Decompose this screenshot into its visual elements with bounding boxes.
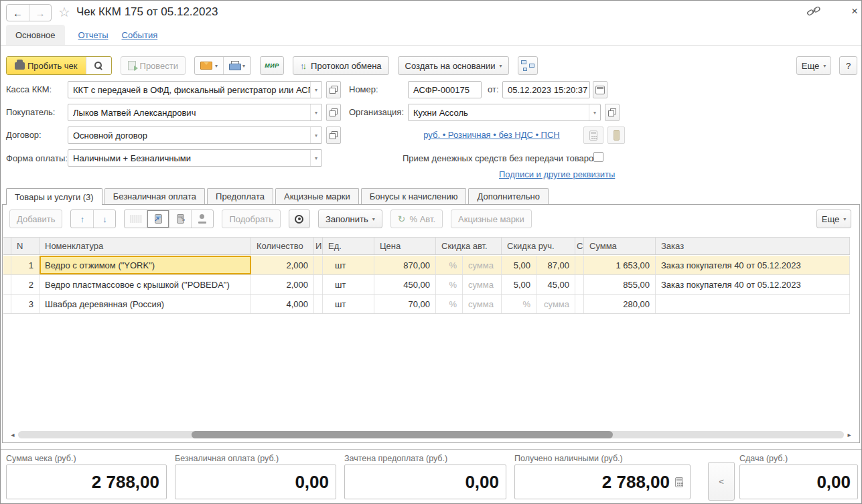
unload-to-terminal-button[interactable]: ↘ [169, 210, 191, 228]
cell-unit[interactable]: шт [323, 275, 374, 294]
price-requisites-link[interactable]: руб. • Розничная • без НДС • ПСН [408, 130, 575, 140]
add-row-button[interactable]: Добавить [9, 209, 62, 228]
coupon-button[interactable] [607, 127, 625, 144]
tab-prepayment[interactable]: Предоплата [207, 188, 273, 204]
date-field[interactable]: 05.12.2023 15:20:37 [502, 81, 590, 98]
tab-cashless-payment[interactable]: Безналичная оплата [104, 188, 205, 204]
favorite-star-icon[interactable]: ☆ [58, 4, 70, 20]
cell-auto-discount-sum[interactable]: сумма [463, 295, 502, 313]
col-n[interactable]: N [11, 238, 40, 254]
cell-order[interactable] [656, 295, 850, 313]
cell-truncated-1[interactable] [314, 256, 323, 274]
cell-unit[interactable]: шт [323, 256, 374, 274]
cell-truncated-1[interactable] [314, 275, 323, 294]
chevron-down-icon[interactable]: ▾ [310, 150, 321, 166]
cell-n[interactable]: 2 [11, 275, 40, 294]
cell-nomenclature[interactable]: Швабра деревянная (Россия) [40, 295, 251, 313]
scrollbar-thumb[interactable] [192, 431, 613, 438]
cell-auto-discount-pct[interactable]: % [436, 295, 463, 313]
cell-manual-discount-sum[interactable]: 45,00 [536, 275, 575, 294]
stamp-button[interactable] [191, 210, 213, 228]
cell-nomenclature-selected[interactable]: Ведро с отжимом ("YORK") [40, 256, 251, 274]
tab-additional[interactable]: Дополнительно [468, 188, 549, 204]
excise-stamps-button[interactable]: Акцизные марки [451, 209, 532, 228]
nav-events[interactable]: События [122, 25, 158, 45]
cell-n[interactable]: 1 [11, 256, 40, 274]
cell-price[interactable]: 450,00 [374, 275, 436, 294]
col-price[interactable]: Цена [374, 238, 436, 254]
punch-check-button[interactable]: Пробить чек [7, 57, 86, 74]
print-button[interactable]: ▾ [223, 57, 250, 74]
calculator-icon[interactable] [675, 477, 683, 487]
move-down-button[interactable]: ↓ [93, 210, 115, 228]
col-auto-discount[interactable]: Скидка авт. [436, 238, 502, 254]
get-link-icon[interactable] [806, 6, 821, 17]
col-truncated-1[interactable]: И [314, 238, 323, 254]
mir-button[interactable]: МИР [260, 56, 284, 75]
contract-open-button[interactable] [326, 127, 341, 144]
no-goods-transfer-checkbox[interactable] [593, 152, 603, 162]
help-button[interactable]: ? [839, 56, 857, 75]
cell-truncated-2[interactable] [575, 256, 584, 274]
table-row-2[interactable]: 2 Ведро пластмассовое с крышкой ("POBEDA… [3, 275, 850, 295]
tab-goods-services[interactable]: Товары и услуги (3) [6, 188, 102, 205]
back-button[interactable]: ← [7, 5, 29, 21]
more-button[interactable]: Еще ▾ [796, 56, 831, 75]
cell-order[interactable]: Заказ покупателя 40 от 05.12.2023 [656, 275, 850, 294]
chevron-down-icon[interactable]: ▾ [310, 127, 321, 143]
exchange-protocol-button[interactable]: ↑↓ Протокол обмена [293, 56, 389, 75]
cell-auto-discount-pct[interactable]: % [436, 275, 463, 294]
cashless-field[interactable]: 0,00 [175, 465, 336, 499]
cell-sum[interactable]: 855,00 [584, 275, 656, 294]
nav-main[interactable]: Основное [6, 25, 65, 45]
cell-manual-discount-sum[interactable]: 87,00 [536, 256, 575, 274]
payment-form-field[interactable]: Наличными + Безналичными ▾ [68, 149, 322, 167]
fill-button[interactable]: Заполнить ▾ [318, 209, 382, 228]
transfer-amount-button[interactable]: < [708, 462, 735, 501]
view-button[interactable] [289, 209, 310, 228]
kkm-open-button[interactable] [326, 81, 341, 98]
calendar-button[interactable] [593, 81, 607, 98]
cell-manual-discount-sum[interactable]: сумма [536, 295, 575, 313]
chevron-down-icon[interactable]: ▾ [310, 104, 321, 120]
cell-manual-discount-pct[interactable]: % [502, 295, 536, 313]
cell-auto-discount-sum[interactable]: сумма [463, 256, 502, 274]
col-order[interactable]: Заказ [656, 238, 850, 254]
cash-received-field[interactable]: 2 788,00 [514, 465, 691, 499]
org-open-button[interactable] [605, 104, 620, 121]
nav-reports[interactable]: Отчеты [78, 25, 109, 45]
scroll-right-icon[interactable]: ▸ [846, 431, 853, 438]
table-row-1[interactable]: 1 Ведро с отжимом ("YORK") 2,000 шт 870,… [3, 256, 850, 275]
grid-more-button[interactable]: Еще ▾ [816, 209, 851, 228]
close-icon[interactable]: × [851, 5, 858, 18]
cell-quantity[interactable]: 2,000 [251, 275, 314, 294]
cell-sum[interactable]: 280,00 [584, 295, 656, 313]
cell-price[interactable]: 70,00 [374, 295, 436, 313]
tab-bonuses[interactable]: Бонусы к начислению [361, 188, 467, 204]
cell-nomenclature[interactable]: Ведро пластмассовое с крышкой ("POBEDA") [40, 275, 251, 294]
scroll-left-icon[interactable]: ◂ [9, 431, 16, 438]
cell-auto-discount-sum[interactable]: сумма [463, 275, 502, 294]
chevron-down-icon[interactable]: ▾ [310, 82, 321, 98]
chevron-down-icon[interactable]: ▾ [589, 104, 600, 120]
document-structure-button[interactable] [518, 56, 538, 75]
auto-discount-button[interactable]: ↻ % Авт. [390, 209, 443, 228]
cell-unit[interactable]: шт [323, 295, 374, 313]
scrollbar-track[interactable] [18, 431, 844, 438]
cell-manual-discount-pct[interactable]: 5,00 [502, 275, 536, 294]
cell-price[interactable]: 870,00 [374, 256, 436, 274]
tab-excise-stamps[interactable]: Акцизные марки [275, 188, 359, 204]
move-up-button[interactable]: ↑ [71, 210, 93, 228]
col-sum[interactable]: Сумма [584, 238, 656, 254]
col-unit[interactable]: Ед. [323, 238, 374, 254]
kkm-field[interactable]: ККТ с передачей в ОФД, фискальный регист… [68, 81, 322, 98]
cell-truncated-2[interactable] [575, 295, 584, 313]
cell-order[interactable]: Заказ покупателя 40 от 05.12.2023 [656, 256, 850, 274]
cell-quantity[interactable]: 2,000 [251, 256, 314, 274]
send-email-button[interactable]: ▾ [195, 57, 223, 74]
create-based-on-button[interactable]: Создать на основании ▾ [398, 56, 510, 75]
post-button[interactable]: Провести [121, 56, 186, 75]
prepaid-field[interactable]: 0,00 [344, 465, 506, 499]
cell-truncated-2[interactable] [575, 275, 584, 294]
cell-quantity[interactable]: 4,000 [251, 295, 314, 313]
